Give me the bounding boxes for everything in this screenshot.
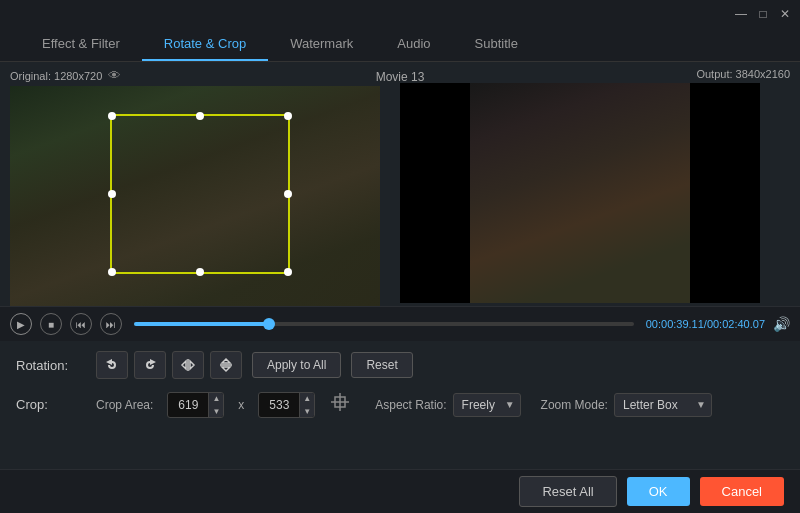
tab-subtitle[interactable]: Subtitle bbox=[453, 28, 540, 61]
zoom-mode-select-wrap: Letter Box Pan & Scan Full ▼ bbox=[614, 393, 712, 417]
zoom-mode-wrap: Zoom Mode: Letter Box Pan & Scan Full ▼ bbox=[541, 393, 712, 417]
video-section: Original: 1280x720 👁 Movie 13 Output: 38… bbox=[0, 62, 800, 306]
crop-row: Crop: Crop Area: ▲ ▼ x ▲ ▼ Aspe bbox=[16, 391, 784, 418]
zoom-mode-label: Zoom Mode: bbox=[541, 398, 608, 412]
flip-horizontal-button[interactable] bbox=[172, 351, 204, 379]
prev-button[interactable]: ⏮ bbox=[70, 313, 92, 335]
volume-icon[interactable]: 🔊 bbox=[773, 316, 790, 332]
close-button[interactable]: ✕ bbox=[778, 7, 792, 21]
stop-button[interactable]: ■ bbox=[40, 313, 62, 335]
tab-watermark[interactable]: Watermark bbox=[268, 28, 375, 61]
tab-audio[interactable]: Audio bbox=[375, 28, 452, 61]
tab-rotate-crop[interactable]: Rotate & Crop bbox=[142, 28, 268, 61]
next-button[interactable]: ⏭ bbox=[100, 313, 122, 335]
tab-effect-filter[interactable]: Effect & Filter bbox=[20, 28, 142, 61]
x-separator: x bbox=[238, 398, 244, 412]
output-label: Output: 3840x2160 bbox=[400, 68, 790, 80]
black-sidebar-right bbox=[690, 83, 760, 303]
time-display: 00:00:39.11/00:02:40.07 bbox=[646, 318, 765, 330]
left-preview[interactable] bbox=[10, 86, 380, 306]
crop-height-up[interactable]: ▲ bbox=[299, 392, 314, 405]
rotation-row: Rotation: Appl bbox=[16, 351, 784, 379]
rotation-label: Rotation: bbox=[16, 358, 86, 373]
original-label: Original: 1280x720 👁 bbox=[10, 68, 390, 83]
cancel-button[interactable]: Cancel bbox=[700, 477, 784, 506]
crop-height-spinners: ▲ ▼ bbox=[299, 392, 314, 418]
crop-area-label: Crop Area: bbox=[96, 398, 153, 412]
aspect-ratio-wrap: Aspect Ratio: Freely 16:9 4:3 1:1 9:16 ▼ bbox=[375, 393, 520, 417]
play-button[interactable]: ▶ bbox=[10, 313, 32, 335]
crop-width-down[interactable]: ▼ bbox=[208, 405, 223, 418]
crop-width-input[interactable] bbox=[168, 398, 208, 412]
bottom-bar: Reset All OK Cancel bbox=[0, 469, 800, 513]
ok-button[interactable]: OK bbox=[627, 477, 690, 506]
crop-label: Crop: bbox=[16, 397, 86, 412]
movie-label: Movie 13 bbox=[376, 70, 425, 84]
zoom-mode-select[interactable]: Letter Box Pan & Scan Full bbox=[614, 393, 712, 417]
crop-height-input-wrap: ▲ ▼ bbox=[258, 392, 315, 418]
crop-width-up[interactable]: ▲ bbox=[208, 392, 223, 405]
aspect-ratio-select-wrap: Freely 16:9 4:3 1:1 9:16 ▼ bbox=[453, 393, 521, 417]
video-left-panel: Original: 1280x720 👁 bbox=[10, 68, 390, 306]
crop-width-input-wrap: ▲ ▼ bbox=[167, 392, 224, 418]
minimize-button[interactable]: — bbox=[734, 7, 748, 21]
aspect-ratio-select[interactable]: Freely 16:9 4:3 1:1 9:16 bbox=[453, 393, 521, 417]
crop-height-input[interactable] bbox=[259, 398, 299, 412]
options-section: Rotation: Appl bbox=[0, 341, 800, 440]
flip-vertical-button[interactable] bbox=[210, 351, 242, 379]
controls-bar: ▶ ■ ⏮ ⏭ 00:00:39.11/00:02:40.07 🔊 bbox=[0, 306, 800, 341]
rotation-buttons bbox=[96, 351, 242, 379]
crop-width-spinners: ▲ ▼ bbox=[208, 392, 223, 418]
title-bar: — □ ✕ bbox=[0, 0, 800, 28]
center-crop-icon[interactable] bbox=[329, 391, 351, 418]
figure-overlay bbox=[10, 86, 380, 306]
timeline-progress bbox=[134, 322, 269, 326]
rotation-reset-button[interactable]: Reset bbox=[351, 352, 412, 378]
rotate-right-button[interactable] bbox=[134, 351, 166, 379]
apply-to-all-button[interactable]: Apply to All bbox=[252, 352, 341, 378]
timeline[interactable] bbox=[134, 322, 634, 326]
reset-all-button[interactable]: Reset All bbox=[519, 476, 616, 507]
aspect-ratio-label: Aspect Ratio: bbox=[375, 398, 446, 412]
right-preview bbox=[400, 83, 760, 303]
timeline-thumb[interactable] bbox=[263, 318, 275, 330]
crop-height-down[interactable]: ▼ bbox=[299, 405, 314, 418]
tab-bar: Effect & Filter Rotate & Crop Watermark … bbox=[0, 28, 800, 62]
rotate-left-button[interactable] bbox=[96, 351, 128, 379]
maximize-button[interactable]: □ bbox=[756, 7, 770, 21]
eye-icon[interactable]: 👁 bbox=[108, 68, 121, 83]
right-video-bg bbox=[470, 83, 690, 303]
video-right-panel: Output: 3840x2160 bbox=[400, 68, 790, 306]
black-sidebar-left bbox=[400, 83, 470, 303]
